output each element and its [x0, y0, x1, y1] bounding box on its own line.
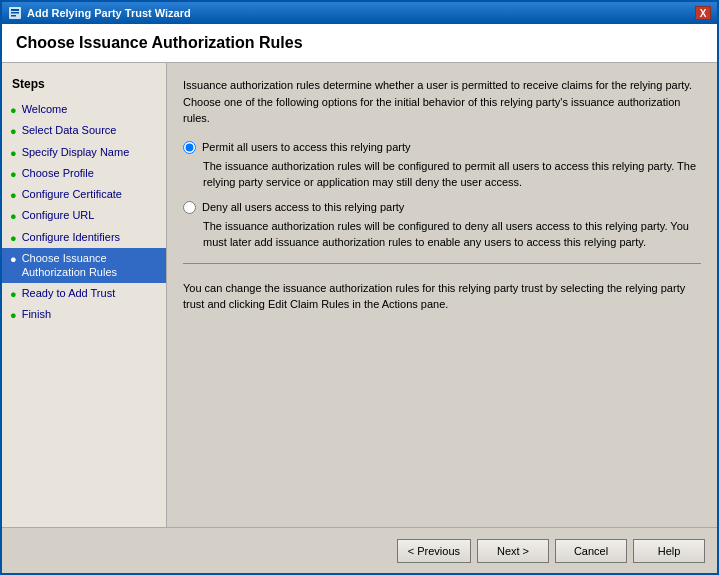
titlebar-title: Add Relying Party Trust Wizard [27, 7, 191, 19]
main-content: Issuance authorization rules determine w… [167, 63, 717, 527]
page-title: Choose Issuance Authorization Rules [16, 34, 703, 52]
steps-heading: Steps [2, 73, 166, 99]
step-label-configure-identifiers: Configure Identifiers [22, 230, 158, 244]
content-area: Steps ● Welcome ● Select Data Source ● S… [2, 63, 717, 527]
step-label-specify-display-name: Specify Display Name [22, 145, 158, 159]
step-dot-specify-display-name: ● [10, 146, 17, 160]
page-header: Choose Issuance Authorization Rules [2, 24, 717, 63]
close-button[interactable]: X [695, 6, 711, 20]
sidebar-item-select-data-source[interactable]: ● Select Data Source [2, 120, 166, 141]
next-button[interactable]: Next > [477, 539, 549, 563]
permit-option: Permit all users to access this relying … [183, 141, 701, 191]
sidebar-item-welcome[interactable]: ● Welcome [2, 99, 166, 120]
step-label-select-data-source: Select Data Source [22, 123, 158, 137]
permit-radio-row: Permit all users to access this relying … [183, 141, 701, 154]
wizard-window: Add Relying Party Trust Wizard X Choose … [0, 0, 719, 575]
sidebar-item-choose-issuance[interactable]: ● Choose Issuance Authorization Rules [2, 248, 166, 283]
sidebar-item-choose-profile[interactable]: ● Choose Profile [2, 163, 166, 184]
sidebar-item-specify-display-name[interactable]: ● Specify Display Name [2, 142, 166, 163]
step-dot-select-data-source: ● [10, 124, 17, 138]
step-label-choose-issuance: Choose Issuance Authorization Rules [22, 251, 158, 280]
svg-rect-3 [11, 15, 16, 17]
wizard-icon [8, 6, 22, 20]
step-label-welcome: Welcome [22, 102, 158, 116]
svg-rect-1 [11, 9, 19, 11]
deny-radio[interactable] [183, 201, 196, 214]
step-label-finish: Finish [22, 307, 158, 321]
step-dot-configure-identifiers: ● [10, 231, 17, 245]
footer: < Previous Next > Cancel Help [2, 527, 717, 573]
titlebar-left: Add Relying Party Trust Wizard [8, 6, 191, 20]
note-text: You can change the issuance authorizatio… [183, 280, 701, 313]
svg-rect-2 [11, 12, 19, 14]
separator [183, 263, 701, 264]
deny-label[interactable]: Deny all users access to this relying pa… [202, 201, 404, 213]
sidebar-item-ready-to-add[interactable]: ● Ready to Add Trust [2, 283, 166, 304]
step-dot-finish: ● [10, 308, 17, 322]
step-dot-welcome: ● [10, 103, 17, 117]
sidebar-item-configure-certificate[interactable]: ● Configure Certificate [2, 184, 166, 205]
deny-description: The issuance authorization rules will be… [203, 218, 701, 251]
sidebar-item-configure-identifiers[interactable]: ● Configure Identifiers [2, 227, 166, 248]
permit-description: The issuance authorization rules will be… [203, 158, 701, 191]
step-label-choose-profile: Choose Profile [22, 166, 158, 180]
step-dot-choose-profile: ● [10, 167, 17, 181]
help-button[interactable]: Help [633, 539, 705, 563]
permit-radio[interactable] [183, 141, 196, 154]
sidebar-item-configure-url[interactable]: ● Configure URL [2, 205, 166, 226]
cancel-button[interactable]: Cancel [555, 539, 627, 563]
step-dot-configure-certificate: ● [10, 188, 17, 202]
main-description: Issuance authorization rules determine w… [183, 77, 701, 127]
step-dot-choose-issuance: ● [10, 252, 17, 266]
sidebar-item-finish[interactable]: ● Finish [2, 304, 166, 325]
titlebar: Add Relying Party Trust Wizard X [2, 2, 717, 24]
step-dot-configure-url: ● [10, 209, 17, 223]
step-label-ready-to-add: Ready to Add Trust [22, 286, 158, 300]
permit-label[interactable]: Permit all users to access this relying … [202, 141, 410, 153]
step-label-configure-url: Configure URL [22, 208, 158, 222]
previous-button[interactable]: < Previous [397, 539, 471, 563]
deny-radio-row: Deny all users access to this relying pa… [183, 201, 701, 214]
deny-option: Deny all users access to this relying pa… [183, 201, 701, 251]
step-dot-ready-to-add: ● [10, 287, 17, 301]
step-label-configure-certificate: Configure Certificate [22, 187, 158, 201]
sidebar: Steps ● Welcome ● Select Data Source ● S… [2, 63, 167, 527]
